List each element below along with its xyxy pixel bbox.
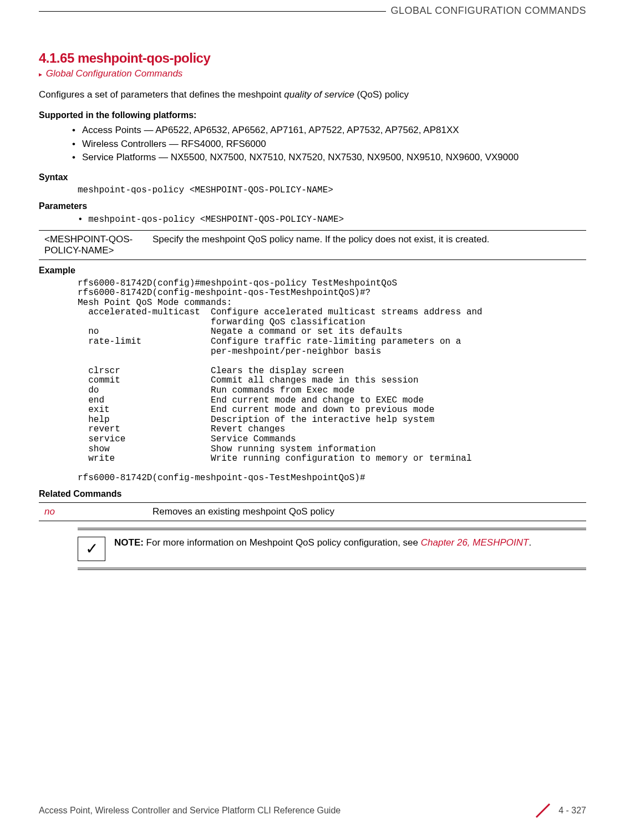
breadcrumb[interactable]: Global Configuration Commands	[39, 68, 586, 79]
related-heading: Related Commands	[39, 489, 586, 499]
check-icon: ✓	[78, 537, 105, 561]
table-row: <MESHPOINT-QOS-POLICY-NAME> Specify the …	[39, 230, 586, 259]
note-text: NOTE: For more information on Meshpoint …	[114, 537, 531, 549]
example-code: rfs6000-81742D(config)#meshpoint-qos-pol…	[78, 279, 586, 483]
parameters-heading: Parameters	[39, 201, 586, 211]
footer-slash-icon	[533, 801, 553, 821]
page-header-category: GLOBAL CONFIGURATION COMMANDS	[386, 5, 586, 17]
intro-italic: quality of service	[284, 89, 354, 100]
note-period: .	[529, 537, 531, 548]
page-header-rule: GLOBAL CONFIGURATION COMMANDS	[39, 11, 586, 12]
syntax-code: meshpoint-qos-policy <MESHPOINT-QOS-POLI…	[78, 186, 586, 196]
platforms-list: Access Points — AP6522, AP6532, AP6562, …	[39, 124, 586, 165]
intro-pre: Configures a set of parameters that defi…	[39, 89, 284, 100]
section-number: 4.1.65	[39, 50, 74, 65]
param-desc: Specify the meshpoint QoS policy name. I…	[147, 230, 586, 259]
parameters-table: <MESHPOINT-QOS-POLICY-NAME> Specify the …	[39, 230, 586, 260]
page-footer: Access Point, Wireless Controller and Se…	[39, 801, 586, 821]
table-row: no Removes an existing meshpoint QoS pol…	[39, 502, 586, 521]
param-name: <MESHPOINT-QOS-POLICY-NAME>	[39, 230, 147, 259]
intro-paragraph: Configures a set of parameters that defi…	[39, 89, 586, 100]
related-table: no Removes an existing meshpoint QoS pol…	[39, 502, 586, 521]
related-desc: Removes an existing meshpoint QoS policy	[147, 502, 586, 521]
parameters-bullet: • meshpoint-qos-policy <MESHPOINT-QOS-PO…	[78, 215, 586, 225]
platform-item: Access Points — AP6522, AP6532, AP6562, …	[72, 124, 586, 138]
intro-post: (QoS) policy	[354, 89, 409, 100]
syntax-heading: Syntax	[39, 172, 586, 182]
related-cmd[interactable]: no	[39, 502, 147, 521]
note-chapter-link[interactable]: Chapter 26, MESHPOINT	[421, 537, 529, 548]
breadcrumb-text: Global Configuration Commands	[46, 68, 183, 79]
page-number: 4 - 327	[558, 806, 586, 816]
section-name: meshpoint-qos-policy	[78, 50, 210, 65]
svg-line-0	[536, 804, 550, 817]
example-heading: Example	[39, 266, 586, 276]
platform-item: Wireless Controllers — RFS4000, RFS6000	[72, 138, 586, 151]
platforms-heading: Supported in the following platforms:	[39, 110, 586, 120]
note-body: For more information on Meshpoint QoS po…	[144, 537, 421, 548]
footer-guide: Access Point, Wireless Controller and Se…	[39, 806, 341, 816]
footer-page: 4 - 327	[533, 801, 586, 821]
section-title: 4.1.65 meshpoint-qos-policy	[39, 50, 586, 66]
note-box: ✓ NOTE: For more information on Meshpoin…	[78, 528, 586, 570]
note-label: NOTE:	[114, 537, 144, 548]
platform-item: Service Platforms — NX5500, NX7500, NX75…	[72, 151, 586, 165]
